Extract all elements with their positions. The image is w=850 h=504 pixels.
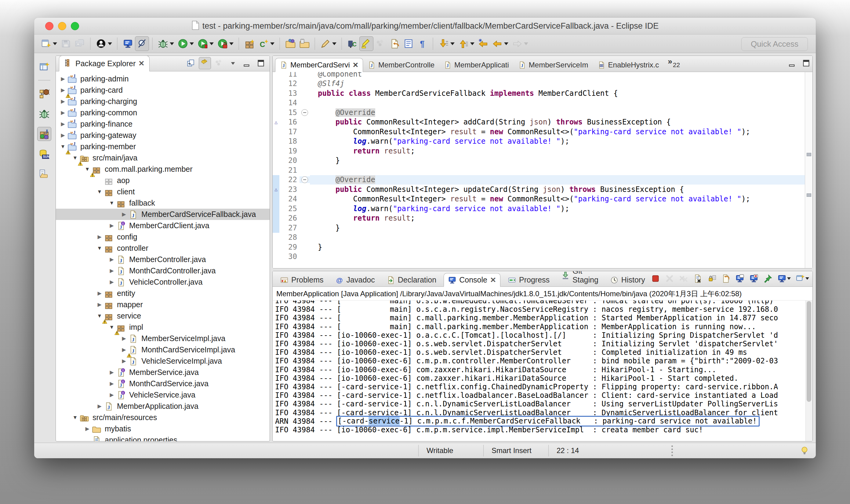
tree-item[interactable]: aop <box>56 175 270 186</box>
open-plugin-button[interactable] <box>283 36 297 51</box>
debug-button[interactable] <box>156 36 176 51</box>
code-line[interactable]: 19 return result; <box>273 146 813 156</box>
previous-annotation-button[interactable] <box>456 36 476 51</box>
expand-arrow-icon[interactable]: ▶ <box>107 380 116 387</box>
package-explorer-tab[interactable]: Package Explorer ✕ <box>59 55 150 71</box>
search-button[interactable] <box>318 36 338 51</box>
show-pilcrow-button[interactable]: ¶ <box>416 36 430 51</box>
tree-item[interactable]: ▼com.mall.parking.member <box>56 163 270 175</box>
close-window-button[interactable] <box>45 22 53 30</box>
tree-item[interactable]: ▼src/main/java <box>56 152 270 163</box>
editor-tab-enablehystrix.c[interactable]: 010EnableHystrix.c <box>593 58 664 72</box>
link-with-editor-button[interactable] <box>199 57 211 69</box>
new-java-class-button[interactable]: C✦ <box>257 36 276 51</box>
console-view-tab-progress[interactable]: Progress <box>503 273 554 287</box>
overview-ruler[interactable] <box>805 72 813 268</box>
editor-tab-memberapplicati[interactable]: JMemberApplicati <box>439 58 514 72</box>
tree-item[interactable]: ▶JMparking-gateway <box>56 130 270 141</box>
view-menu-button[interactable] <box>227 57 239 69</box>
console-view-tab-javadoc[interactable]: @Javadoc <box>331 273 379 287</box>
remove-all-terminated-button[interactable] <box>677 272 690 285</box>
expand-arrow-icon[interactable]: ▶ <box>107 222 116 229</box>
expand-arrow-icon[interactable]: ▶ <box>107 392 116 398</box>
tree-item[interactable]: ▶JMparking-card <box>56 85 270 96</box>
mark-occurrences-button[interactable] <box>359 36 374 51</box>
remote-systems-button[interactable] <box>121 36 135 51</box>
maximize-button[interactable] <box>255 57 267 69</box>
debug-perspective-button[interactable] <box>37 107 51 121</box>
show-stderr-button[interactable] <box>748 272 760 285</box>
tree-item[interactable]: ▼impl <box>56 322 270 333</box>
tree-item[interactable]: ▶JIVehicleService.java <box>56 389 270 400</box>
expand-arrow-icon[interactable]: ▶ <box>83 426 92 432</box>
code-line[interactable]: 30 <box>273 252 813 262</box>
close-view-icon[interactable]: ✕ <box>490 276 496 284</box>
tree-item[interactable]: ▶JIMemberService.java <box>56 367 270 378</box>
tree-item[interactable]: ▶JMemberCardServiceFallback.java <box>56 209 270 220</box>
new-wizard-button[interactable]: ✦ <box>39 36 59 51</box>
next-edit-button[interactable] <box>387 36 401 51</box>
pin-console-button[interactable] <box>762 272 774 285</box>
show-whitespace-button[interactable] <box>401 36 416 51</box>
import-button[interactable] <box>297 36 311 51</box>
open-console-button[interactable]: ✦ <box>794 272 811 285</box>
code-line[interactable]: 27 } <box>273 223 813 233</box>
save-button[interactable] <box>59 36 73 51</box>
tab-overflow-chevron[interactable]: »22 <box>663 58 684 72</box>
code-line[interactable]: 15 @Override <box>273 108 813 118</box>
account-button[interactable] <box>94 36 114 51</box>
last-edit-location-button[interactable]: ✳ <box>476 36 490 51</box>
collapse-arrow-icon[interactable]: ▼ <box>71 415 80 421</box>
tree-item[interactable]: ▶JVehicleServiceImpl.java <box>56 356 270 367</box>
fold-collapse-icon[interactable] <box>301 176 308 183</box>
expand-arrow-icon[interactable]: ▶ <box>119 358 128 364</box>
collapse-arrow-icon[interactable]: ▼ <box>95 189 104 195</box>
expand-arrow-icon[interactable]: ▶ <box>58 76 68 82</box>
tree-item[interactable]: ▼fallback <box>56 197 270 209</box>
open-perspective-button[interactable]: ✦ <box>37 60 51 74</box>
team-perspective-button[interactable] <box>37 87 51 101</box>
terminate-button[interactable] <box>649 272 662 285</box>
coverage-button[interactable] <box>196 36 215 51</box>
toggle-occurrences-button[interactable] <box>135 36 149 51</box>
console-scrollbar[interactable] <box>805 301 813 441</box>
annotations-button[interactable] <box>374 36 387 51</box>
new-java-project-button[interactable]: ✦ <box>242 36 257 51</box>
quick-access-button[interactable]: Quick Access <box>741 37 808 51</box>
tree-item[interactable]: ▶JMonthCardServiceImpl.java <box>56 344 270 356</box>
collapse-arrow-icon[interactable]: ▼ <box>107 200 116 206</box>
expand-arrow-icon[interactable]: ▶ <box>58 132 68 139</box>
code-line[interactable]: 24 CommonResult<Integer> result = new Co… <box>273 194 813 204</box>
code-line[interactable]: 14 <box>273 98 813 108</box>
minimize-window-button[interactable] <box>58 22 66 30</box>
scroll-lock-button[interactable] <box>706 272 718 285</box>
code-line[interactable]: 28 <box>273 233 813 242</box>
next-annotation-button[interactable] <box>437 36 456 51</box>
code-line[interactable]: 17 CommonResult<Integer> result = new Co… <box>273 127 813 137</box>
statusbar-drag-handle[interactable] <box>671 443 673 458</box>
code-line[interactable]: 20 } <box>273 156 813 166</box>
tree-item[interactable]: ▶JMemberServiceImpl.java <box>56 333 270 344</box>
open-type-button[interactable]: C <box>345 36 359 51</box>
tree-item[interactable]: ▶JMparking-charging <box>56 96 270 107</box>
tree-item[interactable]: ▶JIMonthCardService.java <box>56 378 270 389</box>
code-line[interactable]: 25 log.warn("parking-card service not av… <box>273 204 813 214</box>
close-tab-icon[interactable]: ✕ <box>353 61 359 69</box>
editor-tab-membercontrolle[interactable]: JMemberControlle <box>363 58 439 72</box>
tree-item[interactable]: ▼service <box>56 310 270 322</box>
tree-item[interactable]: ▶JMemberController.java <box>56 254 270 265</box>
word-wrap-button[interactable] <box>719 272 732 285</box>
forward-button[interactable] <box>510 36 530 51</box>
java-perspective-button[interactable]: J <box>37 127 51 141</box>
back-button[interactable] <box>490 36 510 51</box>
remove-launch-button[interactable] <box>663 272 676 285</box>
tree-item[interactable]: ▶JMemberApplication.java <box>56 400 270 412</box>
tree-item[interactable]: ▶mybatis <box>56 423 270 434</box>
expand-arrow-icon[interactable]: ▶ <box>95 234 104 240</box>
expand-arrow-icon[interactable]: ▶ <box>119 211 128 217</box>
code-line[interactable]: △23 public CommonResult<Integer> updateC… <box>273 184 813 194</box>
code-line[interactable]: 13public class MemberCardServiceFallback… <box>273 89 813 98</box>
expand-arrow-icon[interactable]: ▶ <box>107 369 116 376</box>
fold-collapse-icon[interactable] <box>301 109 308 116</box>
tree-item[interactable]: ▶entity <box>56 288 270 299</box>
